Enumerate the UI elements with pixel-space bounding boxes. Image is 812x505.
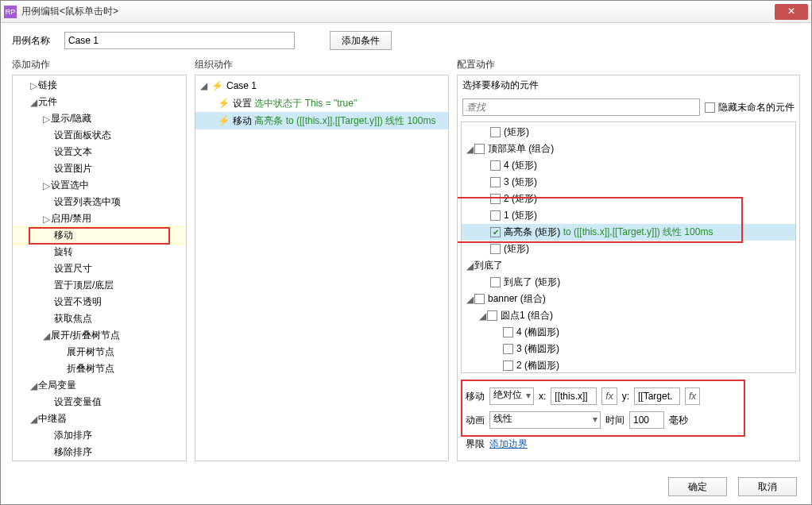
config-select-title: 选择要移动的元件: [458, 75, 799, 95]
anim-select[interactable]: 线性: [489, 411, 601, 429]
move-label: 移动: [466, 390, 485, 403]
fx-button-y[interactable]: fx: [685, 387, 700, 405]
case-name-label: 用例名称: [12, 34, 56, 48]
app-icon: RP: [4, 6, 17, 18]
x-input[interactable]: [551, 387, 597, 405]
action-collapse-tree[interactable]: 折叠树节点: [67, 362, 114, 376]
tree-group-globals[interactable]: 全局变量: [38, 379, 76, 392]
search-input[interactable]: [462, 98, 700, 116]
time-unit: 毫秒: [669, 414, 688, 427]
case-name-row: 用例名称 添加条件: [1, 23, 811, 55]
tree-group-links[interactable]: 链接: [38, 79, 57, 92]
action-set-list[interactable]: 设置列表选中项: [54, 195, 121, 209]
tree-item-topmenu[interactable]: 顶部菜单 (组合): [488, 142, 554, 156]
fx-button-x[interactable]: fx: [601, 387, 617, 405]
org-actions-tree[interactable]: ◢⚡Case 1 ⚡设置 选中状态于 This = "true" ⚡移动 高亮条…: [195, 75, 448, 461]
case-name-input[interactable]: [64, 32, 295, 49]
action-enable[interactable]: 启用/禁用: [51, 212, 91, 226]
tree-item-dot[interactable]: 圆点1 (组合): [501, 309, 553, 322]
action-expand-tree[interactable]: 展开树节点: [67, 345, 114, 359]
tree-item-banner[interactable]: banner (组合): [488, 292, 546, 306]
move-mode-select[interactable]: 绝对位: [489, 387, 534, 405]
action-opacity[interactable]: 设置不透明: [54, 295, 102, 309]
tree-group-widgets[interactable]: 元件: [38, 95, 57, 109]
tree-item[interactable]: 2 (椭圆形): [516, 359, 559, 372]
bolt-icon: ⚡: [218, 98, 230, 109]
org-action-header: 组织动作: [195, 55, 449, 75]
action-set-var[interactable]: 设置变量值: [54, 395, 102, 409]
tree-item-highlight[interactable]: 高亮条 (矩形) to ([[this.x]],[[Target.y]]) 线性…: [504, 226, 713, 239]
tree-item-bottom[interactable]: 到底了: [474, 259, 503, 272]
org-case-label[interactable]: Case 1: [226, 80, 257, 91]
tree-group-repeater[interactable]: 中继器: [38, 412, 67, 426]
action-set-panel[interactable]: 设置面板状态: [54, 129, 111, 142]
action-remove-sort[interactable]: 移除排序: [54, 445, 92, 459]
time-input[interactable]: [629, 411, 664, 429]
action-set-selected[interactable]: 设置选中: [51, 179, 89, 192]
tree-item[interactable]: 2 (矩形): [504, 192, 537, 206]
close-button[interactable]: ✕: [775, 4, 808, 20]
org-move-action[interactable]: 移动 高亮条 to ([[this.x]],[[Target.y]]) 线性 1…: [233, 114, 435, 128]
tree-item[interactable]: 到底了 (矩形): [504, 276, 560, 289]
action-rotate[interactable]: 旋转: [54, 245, 73, 259]
case-editor-window: RP 用例编辑<鼠标单击时> ✕ 用例名称 添加条件 添加动作 ▷链接 ◢元件 …: [0, 0, 812, 505]
action-front-back[interactable]: 置于顶层/底层: [54, 279, 114, 292]
action-set-image[interactable]: 设置图片: [54, 162, 92, 175]
tree-item[interactable]: 3 (椭圆形): [516, 342, 559, 356]
tree-item[interactable]: 4 (椭圆形): [516, 326, 559, 339]
tree-item[interactable]: (矩形): [504, 125, 529, 139]
y-label: y:: [622, 391, 629, 402]
bounds-label: 界限: [466, 438, 485, 451]
tree-item[interactable]: (矩形): [504, 242, 529, 256]
window-title: 用例编辑<鼠标单击时>: [21, 5, 775, 18]
expander-icon[interactable]: ◢: [29, 97, 38, 108]
titlebar: RP 用例编辑<鼠标单击时> ✕: [1, 1, 811, 23]
x-label: x:: [539, 391, 546, 402]
time-label: 时间: [605, 414, 624, 427]
bolt-icon: ⚡: [218, 115, 230, 126]
checkbox-checked[interactable]: [490, 227, 501, 237]
dialog-footer: 确定 取消: [1, 469, 811, 504]
action-set-size[interactable]: 设置尺寸: [54, 262, 92, 276]
action-add-sort[interactable]: 添加排序: [54, 429, 92, 442]
hide-unnamed-toggle[interactable]: 隐藏未命名的元件: [705, 101, 795, 114]
widget-tree[interactable]: (矩形) ◢顶部菜单 (组合) 4 (矩形) 3 (矩形) 2 (矩形) 1 (…: [462, 122, 795, 372]
add-condition-button[interactable]: 添加条件: [330, 31, 392, 50]
tree-item[interactable]: 3 (矩形): [504, 175, 537, 189]
add-action-header: 添加动作: [12, 55, 187, 75]
case-icon: ⚡: [211, 80, 223, 91]
y-input[interactable]: [634, 387, 680, 405]
ok-button[interactable]: 确定: [668, 477, 727, 496]
add-action-tree[interactable]: ▷链接 ◢元件 ▷显示/隐藏 设置面板状态 设置文本 设置图片 ▷设置选中 设置…: [13, 75, 186, 461]
config-action-header: 配置动作: [457, 55, 800, 75]
anim-label: 动画: [466, 414, 485, 427]
action-show-hide[interactable]: 显示/隐藏: [51, 112, 91, 125]
cancel-button[interactable]: 取消: [738, 477, 797, 496]
org-set-action[interactable]: 设置 选中状态于 This = "true": [233, 97, 357, 110]
action-tree-node[interactable]: 展开/折叠树节点: [51, 329, 120, 342]
tree-item[interactable]: 4 (矩形): [504, 159, 537, 172]
expander-icon[interactable]: ▷: [29, 80, 38, 91]
add-bounds-link[interactable]: 添加边界: [489, 438, 528, 451]
action-move[interactable]: 移动: [54, 229, 73, 242]
action-focus[interactable]: 获取焦点: [54, 312, 92, 326]
action-set-text[interactable]: 设置文本: [54, 145, 92, 159]
tree-item[interactable]: 1 (矩形): [504, 209, 537, 222]
